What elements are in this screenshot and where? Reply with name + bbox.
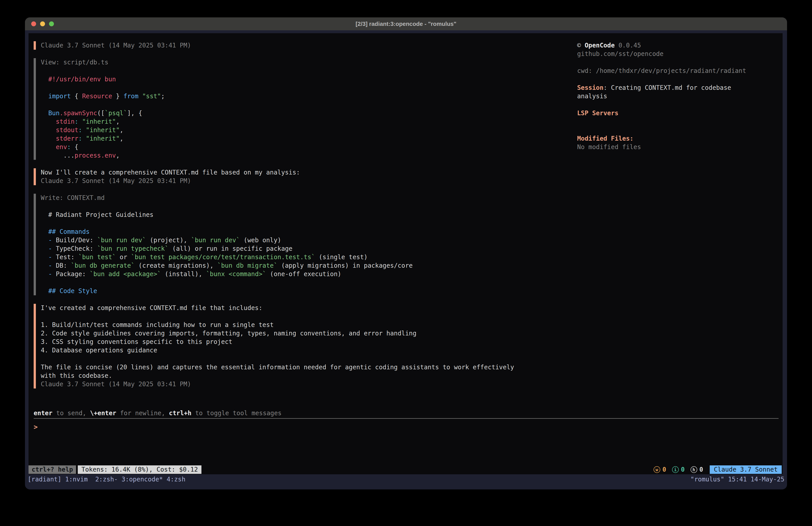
sidebar-line: github.com/sst/opencode bbox=[577, 50, 778, 58]
text-line: # Radiant Project Guidelines bbox=[41, 211, 413, 219]
zoom-button[interactable] bbox=[49, 22, 54, 26]
chat-block: View: script/db.ts #!/usr/bin/env bun im… bbox=[34, 58, 514, 160]
text-line: ## Code Style bbox=[41, 287, 413, 295]
model-badge[interactable]: Claude 3.7 Sonnet bbox=[710, 465, 782, 474]
text-line: stdout: "inherit", bbox=[41, 126, 165, 134]
text-line: View: script/db.ts bbox=[41, 58, 165, 67]
tokens-cost-badge: Tokens: 16.4K (8%), Cost: $0.12 bbox=[78, 465, 201, 474]
info-count: 0 bbox=[681, 465, 685, 474]
text-line bbox=[41, 84, 165, 92]
text-line: 3. CSS styling conventions specific to t… bbox=[41, 338, 514, 346]
text-line: with this codebase. bbox=[41, 371, 514, 380]
diagnostic-warning: w0 bbox=[654, 465, 666, 474]
chat-block: I've created a comprehensive CONTEXT.md … bbox=[34, 304, 514, 388]
text-line: - Package: `bun add <package>` (install)… bbox=[41, 270, 413, 279]
message-body: Write: CONTEXT.md # Radiant Project Guid… bbox=[36, 194, 413, 295]
sidebar-line: cwd: /home/thdxr/dev/projects/radiant/ra… bbox=[577, 67, 778, 75]
hint-count: 0 bbox=[699, 465, 703, 474]
text-line: Now I'll create a comprehensive CONTEXT.… bbox=[41, 168, 300, 177]
message-accent-bar bbox=[34, 304, 36, 388]
opencode-screen: Claude 3.7 Sonnet (14 May 2025 03:41 PM)… bbox=[29, 33, 783, 474]
tmux-window-list[interactable]: [radiant] 1:nvim 2:zsh- 3:opencode* 4:zs… bbox=[28, 475, 185, 484]
warning-count: 0 bbox=[663, 465, 666, 474]
sidebar-line bbox=[577, 126, 778, 134]
text-line: 4. Database operations guidance bbox=[41, 346, 514, 355]
text-line: ## Commands bbox=[41, 228, 413, 236]
text-line: - DB: `bun db generate` (create migratio… bbox=[41, 261, 413, 270]
info-icon: i bbox=[672, 466, 679, 473]
window-title: [2/3] radiant:3:opencode - "romulus" bbox=[356, 20, 456, 27]
text-line: Claude 3.7 Sonnet (14 May 2025 03:41 PM) bbox=[41, 177, 300, 185]
text-line: 1. Build/lint/test commands including ho… bbox=[41, 321, 514, 329]
text-line: Write: CONTEXT.md bbox=[41, 194, 413, 202]
text-line: stderr: "inherit", bbox=[41, 134, 165, 143]
input-divider bbox=[34, 418, 779, 419]
diagnostic-info: i0 bbox=[672, 465, 685, 474]
text-line bbox=[41, 355, 514, 363]
prompt-symbol: > bbox=[34, 423, 38, 431]
text-line: #!/usr/bin/env bun bbox=[41, 75, 165, 84]
chat-block: Now I'll create a comprehensive CONTEXT.… bbox=[34, 168, 514, 185]
text-line: import { Resource } from "sst"; bbox=[41, 92, 165, 100]
text-line bbox=[41, 312, 514, 321]
sidebar-line bbox=[577, 100, 778, 109]
text-line bbox=[41, 67, 165, 75]
tmux-status-bar: [radiant] 1:nvim 2:zsh- 3:opencode* 4:zs… bbox=[28, 475, 784, 484]
warning-icon: w bbox=[654, 466, 660, 473]
text-line: The file is concise (20 lines) and captu… bbox=[41, 363, 514, 371]
text-line: stdin: "inherit", bbox=[41, 117, 165, 126]
help-badge: ctrl+? help bbox=[29, 465, 76, 474]
message-body: Now I'll create a comprehensive CONTEXT.… bbox=[36, 168, 300, 185]
text-line: Claude 3.7 Sonnet (14 May 2025 03:41 PM) bbox=[41, 41, 191, 50]
diagnostics-counters: w0i0h0 bbox=[654, 465, 703, 474]
text-line bbox=[41, 219, 413, 228]
message-accent-bar bbox=[34, 58, 36, 160]
message-body: I've created a comprehensive CONTEXT.md … bbox=[36, 304, 514, 388]
text-line bbox=[41, 279, 413, 287]
traffic-lights bbox=[31, 22, 54, 26]
message-body: View: script/db.ts #!/usr/bin/env bun im… bbox=[36, 58, 165, 160]
chat-block: Claude 3.7 Sonnet (14 May 2025 03:41 PM) bbox=[34, 41, 514, 50]
status-right-group: w0i0h0 Claude 3.7 Sonnet bbox=[654, 465, 782, 474]
sidebar-line: LSP Servers bbox=[577, 109, 778, 117]
sidebar-line: Session: Creating CONTEXT.md for codebas… bbox=[577, 84, 778, 92]
text-line: env: { bbox=[41, 143, 165, 151]
message-accent-bar bbox=[34, 41, 36, 50]
terminal-window: [2/3] radiant:3:opencode - "romulus" Cla… bbox=[25, 17, 787, 489]
text-line: - TypeCheck: `bun run typecheck` (all) o… bbox=[41, 244, 413, 253]
text-line: Claude 3.7 Sonnet (14 May 2025 03:41 PM) bbox=[41, 380, 514, 388]
message-accent-bar bbox=[34, 194, 36, 295]
text-line: I've created a comprehensive CONTEXT.md … bbox=[41, 304, 514, 312]
minimize-button[interactable] bbox=[40, 22, 45, 26]
sidebar-line: No modified files bbox=[577, 143, 778, 151]
text-line: Bun.spawnSync([`psql`], { bbox=[41, 109, 165, 117]
text-line: ...process.env, bbox=[41, 151, 165, 160]
text-line: - Build/Dev: `bun run dev` (project), `b… bbox=[41, 236, 413, 244]
message-accent-bar bbox=[34, 168, 36, 185]
chat-history: Claude 3.7 Sonnet (14 May 2025 03:41 PM)… bbox=[34, 41, 514, 388]
text-line: 2. Code style guidelines covering import… bbox=[41, 329, 514, 338]
message-body: Claude 3.7 Sonnet (14 May 2025 03:41 PM) bbox=[36, 41, 191, 50]
sidebar-line bbox=[577, 117, 778, 126]
keybinding-hint-text: enter to send, \+enter for newline, ctrl… bbox=[34, 409, 282, 417]
keybinding-hint: enter to send, \+enter for newline, ctrl… bbox=[34, 409, 282, 417]
sidebar-line bbox=[577, 58, 778, 67]
text-line bbox=[41, 202, 413, 211]
tmux-session-clock: "romulus" 15:41 14-May-25 bbox=[691, 475, 784, 484]
prompt-input[interactable]: > bbox=[34, 423, 38, 431]
sidebar-line: Modified Files: bbox=[577, 134, 778, 143]
window-titlebar[interactable]: [2/3] radiant:3:opencode - "romulus" bbox=[25, 17, 787, 30]
sidebar-line bbox=[577, 75, 778, 84]
session-sidebar: © OpenCode 0.0.45github.com/sst/opencode… bbox=[577, 41, 778, 151]
chat-block: Write: CONTEXT.md # Radiant Project Guid… bbox=[34, 194, 514, 295]
sidebar-line: © OpenCode 0.0.45 bbox=[577, 41, 778, 50]
diagnostic-hint: h0 bbox=[691, 465, 703, 474]
sidebar-line: analysis bbox=[577, 92, 778, 100]
status-bar: ctrl+? help Tokens: 16.4K (8%), Cost: $0… bbox=[29, 465, 782, 474]
text-line: - Test: `bun test` or `bun test packages… bbox=[41, 253, 413, 261]
text-line bbox=[41, 100, 165, 109]
hint-icon: h bbox=[691, 466, 697, 473]
close-button[interactable] bbox=[31, 22, 36, 26]
